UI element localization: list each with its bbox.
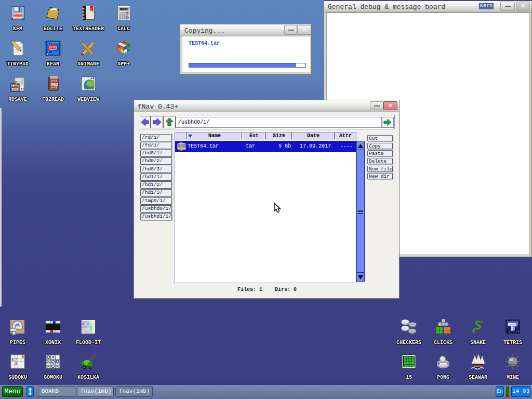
svg-text:8: 8 <box>22 355 24 359</box>
svg-text:FB2: FB2 <box>51 83 58 87</box>
svg-text:9: 9 <box>11 358 14 362</box>
svg-text:2: 2 <box>15 362 17 366</box>
